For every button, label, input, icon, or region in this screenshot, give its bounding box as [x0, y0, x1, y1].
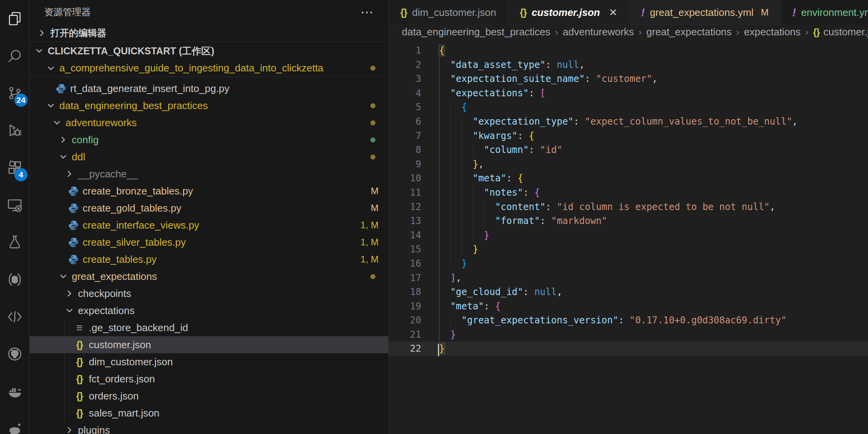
activity-item-container-jar[interactable]	[0, 261, 29, 298]
modified-dot-badge	[370, 137, 375, 142]
code-line-8[interactable]: 8 "column": "id"	[389, 143, 868, 157]
code-line-13[interactable]: 13 "format": "markdown"	[389, 214, 868, 228]
code-line-15[interactable]: 15 }	[389, 242, 868, 257]
code-line-3[interactable]: 3 "expectation_suite_name": "customer",	[389, 72, 868, 86]
breadcrumb-item[interactable]: customer.json	[823, 26, 868, 38]
line-number[interactable]: 18	[389, 285, 439, 299]
code-line-22[interactable]: 22}	[389, 342, 868, 356]
tab-customer.json[interactable]: {}customer.json✕	[508, 0, 629, 25]
breadcrumb-item[interactable]: expectations	[744, 26, 801, 38]
code-line-19[interactable]: 19 "meta": {	[389, 299, 868, 314]
line-number[interactable]: 3	[389, 72, 439, 86]
tree-item-label: expectations	[78, 305, 135, 317]
tree-item-great_expectations[interactable]: great_expectations	[29, 268, 388, 285]
line-number[interactable]: 14	[389, 228, 439, 243]
line-number[interactable]: 7	[389, 129, 439, 143]
line-number[interactable]: 22	[389, 342, 439, 356]
code-line-2[interactable]: 2 "data_asset_type": null,	[389, 58, 868, 72]
tree-item-config[interactable]: config	[29, 131, 388, 148]
indent-guide	[64, 319, 65, 336]
tree-item-adventureworks[interactable]: adventureworks	[29, 114, 388, 131]
code-line-20[interactable]: 20 "great_expectations_version": "0.17.1…	[389, 313, 868, 328]
tab-modified-badge: M	[761, 7, 769, 18]
code-line-6[interactable]: 6 "expectation_type": "expect_column_val…	[389, 115, 868, 129]
tree-item-create_bronze_tables.py[interactable]: create_bronze_tables.pyM	[29, 182, 388, 200]
breadcrumb-item[interactable]: great_expectations	[647, 26, 732, 38]
breadcrumb-item[interactable]: data_engineering_best_practices	[402, 26, 550, 38]
tree-item-create_silver_tables.py[interactable]: create_silver_tables.py1, M	[29, 234, 388, 251]
tree-item-dim_customer.json[interactable]: {}dim_customer.json	[29, 353, 388, 370]
code-line-4[interactable]: 4 "expectations": [	[389, 86, 868, 101]
code-line-7[interactable]: 7 "kwargs": {	[389, 129, 868, 143]
code-line-10[interactable]: 10 "meta": {	[389, 171, 868, 186]
line-number[interactable]: 10	[389, 171, 439, 186]
line-number[interactable]: 13	[389, 214, 439, 228]
code-line-17[interactable]: 17 ],	[389, 271, 868, 285]
line-number[interactable]: 19	[389, 299, 439, 314]
tree-item-orders.json[interactable]: {}orders.json	[29, 387, 388, 404]
tree-item-.ge_store_backend_id[interactable]: ≡.ge_store_backend_id	[29, 319, 388, 336]
line-number[interactable]: 15	[389, 242, 439, 257]
line-number[interactable]: 1	[389, 43, 439, 58]
tree-item-sales_mart.json[interactable]: {}sales_mart.json	[29, 404, 388, 422]
code-line-21[interactable]: 21 }	[389, 328, 868, 342]
tree-item-checkpoints[interactable]: checkpoints	[29, 285, 388, 302]
tab-environment.yml[interactable]: !environment.yml	[781, 0, 868, 25]
open-editors-section[interactable]: 打开的编辑器	[29, 24, 388, 42]
line-number[interactable]: 12	[389, 200, 439, 214]
tab-dim_customer.json[interactable]: {}dim_customer.json	[389, 0, 508, 25]
tree-item-__pycache__[interactable]: __pycache__	[29, 165, 388, 182]
code-line-12[interactable]: 12 "content": "id column is expected to …	[389, 200, 868, 214]
tab-great_expectations.yml[interactable]: !great_expectations.ymlM	[629, 0, 781, 25]
more-actions-icon[interactable]: ⋯	[360, 8, 374, 16]
code-line-16[interactable]: 16 }	[389, 257, 868, 271]
activity-item-testing[interactable]	[0, 224, 29, 261]
code-line-1[interactable]: 1{	[389, 43, 868, 58]
activity-item-source-control[interactable]: 24	[0, 75, 29, 112]
code-line-9[interactable]: 9 },	[389, 157, 868, 172]
line-number[interactable]: 4	[389, 86, 439, 101]
line-number[interactable]: 17	[389, 271, 439, 285]
tree-item-fct_orders.json[interactable]: {}fct_orders.json	[29, 370, 388, 387]
code-line-18[interactable]: 18 "ge_cloud_id": null,	[389, 285, 868, 299]
tree-item-label: dim_customer.json	[89, 356, 173, 368]
tree-item-rt_data_generate_insert_into_pg.py[interactable]: rt_data_generate_insert_into_pg.py	[29, 80, 388, 97]
activity-item-search[interactable]	[0, 37, 29, 75]
line-number[interactable]: 20	[389, 313, 439, 328]
line-number[interactable]: 6	[389, 115, 439, 129]
modified-dot-badge	[370, 120, 375, 125]
line-number[interactable]: 5	[389, 100, 439, 115]
activity-item-github[interactable]	[0, 335, 29, 373]
activity-item-extensions[interactable]: 4	[0, 149, 29, 186]
tree-item-ddl[interactable]: ddl	[29, 148, 388, 165]
tree-item-plugins[interactable]: plugins	[29, 422, 388, 434]
activity-item-docker[interactable]	[0, 373, 29, 410]
code-line-11[interactable]: 11 "notes": {	[389, 186, 868, 200]
code-line-5[interactable]: 5 {	[389, 100, 868, 115]
tree-item-customer.json[interactable]: {}customer.json	[29, 336, 388, 353]
activity-item-run-debug[interactable]	[0, 112, 29, 149]
breadcrumb-item[interactable]: adventureworks	[563, 26, 634, 38]
tree-item-create_tables.py[interactable]: create_tables.py1, M	[29, 251, 388, 268]
activity-item-explorer[interactable]	[0, 0, 29, 37]
tree-item-label: create_bronze_tables.py	[83, 185, 193, 197]
activity-item-remote-explorer[interactable]	[0, 186, 29, 224]
line-number[interactable]: 16	[389, 257, 439, 271]
line-number[interactable]: 11	[389, 186, 439, 200]
code-line-14[interactable]: 14 }	[389, 228, 868, 243]
line-number[interactable]: 2	[389, 58, 439, 72]
tree-item-a_comprehensive_guide_to_ingesting_data_into_clickzetta[interactable]: a_comprehensive_guide_to_ingesting_data_…	[29, 60, 388, 77]
activity-item-genie[interactable]	[0, 410, 29, 434]
tree-item-create_interface_views.py[interactable]: create_interface_views.py1, M	[29, 217, 388, 234]
code-editor[interactable]: 1{2 "data_asset_type": null,3 "expectati…	[389, 39, 868, 434]
tree-item-data_engineering_best_practices[interactable]: data_engineering_best_practices	[29, 97, 388, 114]
remote-monitor-icon	[7, 197, 23, 213]
tree-item-expectations[interactable]: expectations	[29, 302, 388, 319]
tree-item-create_gold_tables.py[interactable]: create_gold_tables.pyM	[29, 200, 388, 217]
activity-item-code-compare[interactable]	[0, 298, 29, 335]
line-number[interactable]: 9	[389, 157, 439, 172]
close-icon[interactable]: ✕	[609, 7, 617, 19]
line-number[interactable]: 8	[389, 143, 439, 157]
line-number[interactable]: 21	[389, 328, 439, 342]
workspace-header[interactable]: CLICKZETTA_QUICKSTART (工作区)	[29, 42, 388, 60]
